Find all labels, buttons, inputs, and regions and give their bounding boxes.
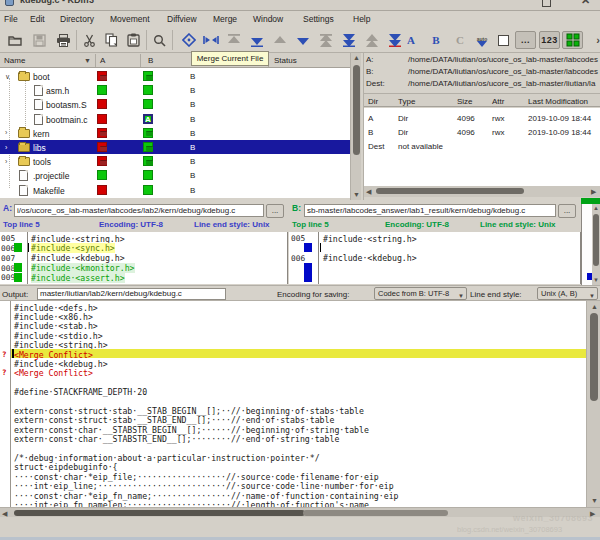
file-icon	[19, 170, 28, 181]
copy-icon[interactable]	[102, 31, 120, 49]
operation-value: B	[190, 171, 195, 180]
tree-row-libs[interactable]: ›libsB	[0, 140, 350, 154]
scrollbar-thumb[interactable]	[376, 188, 524, 194]
menu-file[interactable]: File	[4, 14, 18, 24]
goto-prev-delta-icon[interactable]	[271, 31, 289, 49]
tree-row-kern[interactable]: ›kernB	[0, 126, 350, 140]
info-col-dir[interactable]: Dir	[368, 97, 378, 106]
scroll-down-icon[interactable]: ▼	[593, 277, 599, 284]
info-table-header[interactable]: DirTypeSizeAttrLast Modification	[364, 93, 600, 107]
info-col-attr[interactable]: Attr	[492, 97, 504, 106]
cut-icon[interactable]	[80, 31, 98, 49]
goto-next-conflict-icon[interactable]	[340, 31, 358, 49]
select-line-b-icon[interactable]: B	[427, 31, 445, 49]
menu-movement[interactable]: Movement	[110, 14, 150, 24]
tree-row-tools[interactable]: ›toolsB	[0, 154, 350, 168]
show-whitespace-checkbox-icon[interactable]	[494, 31, 512, 49]
encoding-select[interactable]: Codec from B: UTF-8 ▼	[374, 287, 467, 300]
expander-closed-icon[interactable]: ›	[5, 129, 7, 136]
scroll-left-icon[interactable]: ◀	[366, 188, 371, 195]
scrollbar-thumb[interactable]	[14, 510, 305, 516]
info-horizontal-scrollbar[interactable]: ◀ ▶	[364, 186, 600, 197]
scroll-down-icon[interactable]: ▼	[591, 497, 598, 504]
operation-value: B	[190, 86, 195, 95]
folder-glyph	[146, 75, 153, 80]
info-a-label: A:	[366, 55, 374, 64]
scroll-up-icon[interactable]: ▲	[353, 54, 360, 61]
column-header-b[interactable]: B	[148, 56, 153, 65]
open-folder-icon[interactable]	[6, 31, 24, 49]
word-wrap-grid-icon[interactable]	[562, 31, 583, 49]
close-button[interactable]: ✕	[581, 0, 590, 7]
pane-a-path-field[interactable]: i/os/ucore_os_lab-master/labcodes/lab2/k…	[14, 204, 264, 217]
info-col-size[interactable]: Size	[457, 97, 473, 106]
column-header-name[interactable]: Name	[4, 56, 25, 65]
diff-block-green	[14, 263, 22, 272]
goto-prev-unsolved-conflict-icon[interactable]	[363, 31, 381, 49]
find-icon[interactable]	[150, 31, 168, 49]
show-line-numbers-icon[interactable]: 123	[539, 31, 560, 49]
select-line-a-icon[interactable]: A	[402, 31, 420, 49]
menu-settings[interactable]: Settings	[303, 14, 334, 24]
tree-row-bootmainc[interactable]: bootmain.cAB	[0, 112, 350, 126]
menu-diffview[interactable]: Diffview	[167, 14, 197, 24]
scroll-up-icon[interactable]: ▲	[591, 303, 598, 310]
output-vertical-scrollbar[interactable]: ▲ ▼	[586, 301, 600, 507]
tree-row-projectile[interactable]: .projectileB	[0, 168, 350, 182]
menu-help[interactable]: Help	[353, 14, 370, 24]
line-end-select[interactable]: Unix (A, B) ▼	[537, 287, 598, 300]
column-header-status[interactable]: Status	[274, 56, 297, 65]
scroll-down-icon[interactable]: ▼	[353, 191, 360, 198]
dir-tree-header[interactable]: Name ▼ A B Status	[0, 53, 350, 68]
watermark: weixin_30708693 blog.csdn.net/weixin_307…	[455, 516, 600, 538]
goto-prev-conflict-icon[interactable]	[317, 31, 335, 49]
folder-glyph	[146, 146, 153, 151]
tree-row-boot[interactable]: ∨bootB	[0, 69, 350, 83]
scroll-right-icon[interactable]: ▶	[591, 188, 596, 195]
save-icon[interactable]	[30, 31, 48, 49]
menu-window[interactable]: Window	[253, 14, 283, 24]
paste-icon[interactable]	[124, 31, 142, 49]
pane-b-path-field[interactable]: sb-master/labcodes_answer/lab1_result/ke…	[304, 204, 556, 217]
menu-directory[interactable]: Directory	[60, 14, 94, 24]
expander-closed-icon[interactable]: ›	[5, 144, 7, 151]
diff-vertical-scrollbar[interactable]: ▲ ▼	[592, 204, 600, 285]
goto-next-delta-icon[interactable]	[294, 31, 312, 49]
reload-diff-icon[interactable]	[180, 31, 198, 49]
pane-b-browse-button[interactable]: ...	[558, 204, 576, 218]
column-header-a[interactable]: A	[100, 56, 105, 65]
scrollbar-thumb-secondary[interactable]	[303, 510, 448, 516]
expander-closed-icon[interactable]: ›	[5, 158, 7, 165]
info-col-type[interactable]: Type	[398, 97, 415, 106]
menu-edit[interactable]: Edit	[30, 14, 45, 24]
scrollbar-thumb[interactable]	[593, 214, 599, 266]
scroll-up-icon[interactable]: ▲	[593, 205, 599, 212]
diff-overview-column[interactable]	[581, 204, 592, 285]
info-col-last-modification[interactable]: Last Modification	[528, 97, 588, 106]
select-line-c-icon[interactable]: C	[451, 31, 469, 49]
tree-row-asmh[interactable]: asm.hB	[0, 83, 350, 97]
expander-open-icon[interactable]: ∨	[5, 73, 10, 81]
pane-a-text[interactable]: 005#include·<string.h>006#include·<sync.…	[0, 232, 288, 284]
output-path-field[interactable]: master/liutian/lab2/kern/debug/kdebug.c	[37, 288, 226, 300]
menu-merge[interactable]: Merge	[213, 14, 237, 24]
goto-last-delta-icon[interactable]	[248, 31, 266, 49]
auto-advance-icon[interactable]: auto	[473, 31, 491, 49]
pane-a-browse-button[interactable]: ...	[266, 204, 284, 218]
toolbar-overflow-icon[interactable]: ›	[589, 31, 600, 49]
sort-indicator-icon: ▼	[84, 57, 91, 64]
maximize-button[interactable]	[542, 0, 551, 7]
col-b-green-folder-icon	[143, 128, 153, 138]
scrollbar-thumb[interactable]	[590, 313, 598, 401]
merge-current-file-icon[interactable]	[202, 31, 220, 49]
dir-tree-vertical-scrollbar[interactable]: ▲ ▼	[350, 53, 361, 200]
tree-row-bootasmS[interactable]: bootasm.SB	[0, 97, 350, 111]
merge-output-editor[interactable]: #include·<defs.h>#include·<x86.h>#includ…	[0, 301, 586, 507]
pane-b-text[interactable]: 005#include·<string.h>006#include·<kdebu…	[289, 232, 581, 284]
show-whitespace-dots-icon[interactable]: ...	[515, 31, 536, 49]
scroll-left-icon[interactable]: ◀	[2, 510, 7, 517]
scrollbar-thumb[interactable]	[353, 65, 360, 155]
print-icon[interactable]	[54, 31, 72, 49]
goto-first-delta-icon[interactable]	[225, 31, 243, 49]
tree-row-Makefile[interactable]: MakefileB	[0, 183, 350, 197]
